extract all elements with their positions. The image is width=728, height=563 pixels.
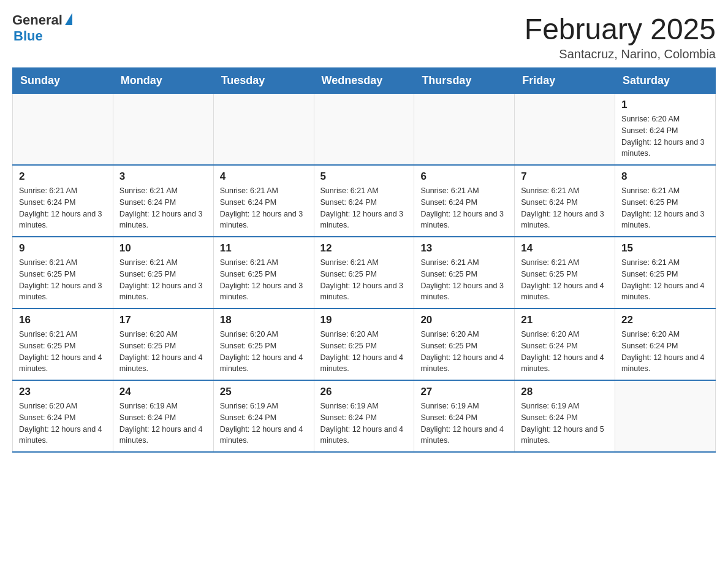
- calendar-cell: 25Sunrise: 6:19 AMSunset: 6:24 PMDayligh…: [213, 380, 314, 452]
- day-info: Sunrise: 6:21 AMSunset: 6:25 PMDaylight:…: [320, 257, 408, 303]
- day-number: 4: [220, 170, 308, 183]
- calendar-week-row: 23Sunrise: 6:20 AMSunset: 6:24 PMDayligh…: [13, 380, 716, 452]
- day-number: 10: [119, 242, 207, 255]
- day-number: 5: [320, 170, 408, 183]
- day-number: 27: [420, 386, 508, 398]
- calendar-cell: 2Sunrise: 6:21 AMSunset: 6:24 PMDaylight…: [13, 165, 113, 237]
- calendar-cell: [615, 380, 716, 452]
- calendar-cell: [314, 94, 414, 166]
- calendar-cell: 27Sunrise: 6:19 AMSunset: 6:24 PMDayligh…: [414, 380, 515, 452]
- calendar-cell: 9Sunrise: 6:21 AMSunset: 6:25 PMDaylight…: [13, 237, 113, 308]
- calendar-cell: 6Sunrise: 6:21 AMSunset: 6:24 PMDaylight…: [414, 165, 515, 237]
- day-number: 21: [521, 314, 609, 326]
- page-header: General Blue February 2025 Santacruz, Na…: [12, 12, 716, 61]
- calendar-table: SundayMondayTuesdayWednesdayThursdayFrid…: [12, 67, 716, 453]
- day-info: Sunrise: 6:21 AMSunset: 6:25 PMDaylight:…: [220, 257, 308, 303]
- calendar-cell: 15Sunrise: 6:21 AMSunset: 6:25 PMDayligh…: [615, 237, 716, 308]
- day-info: Sunrise: 6:21 AMSunset: 6:24 PMDaylight:…: [420, 185, 508, 231]
- day-info: Sunrise: 6:20 AMSunset: 6:24 PMDaylight:…: [621, 113, 709, 159]
- day-info: Sunrise: 6:21 AMSunset: 6:24 PMDaylight:…: [19, 185, 107, 231]
- calendar-cell: 16Sunrise: 6:21 AMSunset: 6:25 PMDayligh…: [13, 308, 113, 380]
- day-number: 15: [621, 242, 709, 255]
- column-header-sunday: Sunday: [13, 68, 113, 94]
- column-header-saturday: Saturday: [615, 68, 716, 94]
- day-number: 7: [521, 170, 609, 183]
- day-number: 25: [220, 386, 308, 398]
- day-info: Sunrise: 6:21 AMSunset: 6:24 PMDaylight:…: [220, 185, 308, 231]
- day-info: Sunrise: 6:19 AMSunset: 6:24 PMDaylight:…: [320, 400, 408, 446]
- day-number: 1: [621, 99, 709, 111]
- calendar-cell: [414, 94, 515, 166]
- location-subtitle: Santacruz, Narino, Colombia: [525, 47, 716, 61]
- day-info: Sunrise: 6:20 AMSunset: 6:24 PMDaylight:…: [19, 400, 107, 446]
- calendar-cell: 26Sunrise: 6:19 AMSunset: 6:24 PMDayligh…: [314, 380, 414, 452]
- day-info: Sunrise: 6:19 AMSunset: 6:24 PMDaylight:…: [521, 400, 609, 446]
- calendar-cell: 8Sunrise: 6:21 AMSunset: 6:25 PMDaylight…: [615, 165, 716, 237]
- calendar-cell: 7Sunrise: 6:21 AMSunset: 6:24 PMDaylight…: [515, 165, 615, 237]
- day-number: 20: [420, 314, 508, 326]
- day-info: Sunrise: 6:21 AMSunset: 6:25 PMDaylight:…: [621, 185, 709, 231]
- day-number: 14: [521, 242, 609, 255]
- day-info: Sunrise: 6:21 AMSunset: 6:25 PMDaylight:…: [621, 257, 709, 303]
- day-info: Sunrise: 6:19 AMSunset: 6:24 PMDaylight:…: [220, 400, 308, 446]
- day-info: Sunrise: 6:21 AMSunset: 6:25 PMDaylight:…: [521, 257, 609, 303]
- day-number: 12: [320, 242, 408, 255]
- calendar-cell: 1Sunrise: 6:20 AMSunset: 6:24 PMDaylight…: [615, 94, 716, 166]
- day-info: Sunrise: 6:19 AMSunset: 6:24 PMDaylight:…: [420, 400, 508, 446]
- calendar-cell: [213, 94, 314, 166]
- day-info: Sunrise: 6:21 AMSunset: 6:24 PMDaylight:…: [119, 185, 207, 231]
- logo-triangle-icon: [65, 13, 72, 25]
- day-number: 18: [220, 314, 308, 326]
- day-number: 22: [621, 314, 709, 326]
- day-number: 24: [119, 386, 207, 398]
- calendar-cell: 21Sunrise: 6:20 AMSunset: 6:24 PMDayligh…: [515, 308, 615, 380]
- column-header-monday: Monday: [113, 68, 213, 94]
- day-number: 28: [521, 386, 609, 398]
- column-header-friday: Friday: [515, 68, 615, 94]
- calendar-cell: [515, 94, 615, 166]
- calendar-cell: 22Sunrise: 6:20 AMSunset: 6:24 PMDayligh…: [615, 308, 716, 380]
- calendar-cell: 3Sunrise: 6:21 AMSunset: 6:24 PMDaylight…: [113, 165, 213, 237]
- day-info: Sunrise: 6:20 AMSunset: 6:25 PMDaylight:…: [320, 329, 408, 375]
- calendar-week-row: 1Sunrise: 6:20 AMSunset: 6:24 PMDaylight…: [13, 94, 716, 166]
- day-info: Sunrise: 6:21 AMSunset: 6:25 PMDaylight:…: [19, 257, 107, 303]
- calendar-week-row: 2Sunrise: 6:21 AMSunset: 6:24 PMDaylight…: [13, 165, 716, 237]
- calendar-week-row: 9Sunrise: 6:21 AMSunset: 6:25 PMDaylight…: [13, 237, 716, 308]
- day-number: 8: [621, 170, 709, 183]
- day-info: Sunrise: 6:20 AMSunset: 6:25 PMDaylight:…: [420, 329, 508, 375]
- day-info: Sunrise: 6:21 AMSunset: 6:25 PMDaylight:…: [420, 257, 508, 303]
- day-info: Sunrise: 6:20 AMSunset: 6:25 PMDaylight:…: [119, 329, 207, 375]
- column-header-tuesday: Tuesday: [213, 68, 314, 94]
- logo: General Blue: [12, 12, 72, 44]
- calendar-cell: 10Sunrise: 6:21 AMSunset: 6:25 PMDayligh…: [113, 237, 213, 308]
- day-number: 26: [320, 386, 408, 398]
- calendar-cell: [13, 94, 113, 166]
- day-info: Sunrise: 6:21 AMSunset: 6:24 PMDaylight:…: [521, 185, 609, 231]
- column-header-thursday: Thursday: [414, 68, 515, 94]
- calendar-cell: 24Sunrise: 6:19 AMSunset: 6:24 PMDayligh…: [113, 380, 213, 452]
- calendar-header-row: SundayMondayTuesdayWednesdayThursdayFrid…: [13, 68, 716, 94]
- day-info: Sunrise: 6:19 AMSunset: 6:24 PMDaylight:…: [119, 400, 207, 446]
- day-number: 16: [19, 314, 107, 326]
- calendar-cell: 23Sunrise: 6:20 AMSunset: 6:24 PMDayligh…: [13, 380, 113, 452]
- day-number: 9: [19, 242, 107, 255]
- calendar-cell: 11Sunrise: 6:21 AMSunset: 6:25 PMDayligh…: [213, 237, 314, 308]
- logo-general-text: General: [12, 12, 63, 28]
- day-number: 19: [320, 314, 408, 326]
- day-info: Sunrise: 6:21 AMSunset: 6:25 PMDaylight:…: [19, 329, 107, 375]
- day-number: 23: [19, 386, 107, 398]
- calendar-cell: [113, 94, 213, 166]
- calendar-cell: 13Sunrise: 6:21 AMSunset: 6:25 PMDayligh…: [414, 237, 515, 308]
- calendar-cell: 12Sunrise: 6:21 AMSunset: 6:25 PMDayligh…: [314, 237, 414, 308]
- day-number: 17: [119, 314, 207, 326]
- day-number: 6: [420, 170, 508, 183]
- day-number: 3: [119, 170, 207, 183]
- calendar-cell: 20Sunrise: 6:20 AMSunset: 6:25 PMDayligh…: [414, 308, 515, 380]
- calendar-cell: 5Sunrise: 6:21 AMSunset: 6:24 PMDaylight…: [314, 165, 414, 237]
- calendar-cell: 14Sunrise: 6:21 AMSunset: 6:25 PMDayligh…: [515, 237, 615, 308]
- day-info: Sunrise: 6:21 AMSunset: 6:25 PMDaylight:…: [119, 257, 207, 303]
- calendar-cell: 28Sunrise: 6:19 AMSunset: 6:24 PMDayligh…: [515, 380, 615, 452]
- month-title: February 2025: [525, 12, 716, 46]
- calendar-cell: 17Sunrise: 6:20 AMSunset: 6:25 PMDayligh…: [113, 308, 213, 380]
- title-area: February 2025 Santacruz, Narino, Colombi…: [525, 12, 716, 61]
